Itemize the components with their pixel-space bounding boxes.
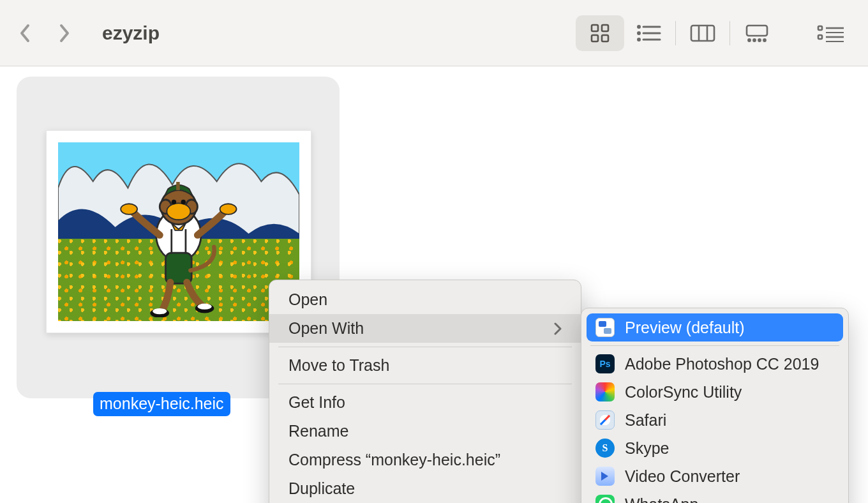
submenu-label: Skype: [625, 439, 669, 458]
svg-point-28: [121, 204, 137, 214]
view-controls: [576, 15, 849, 51]
svg-rect-3: [602, 35, 608, 41]
svg-rect-13: [747, 26, 767, 36]
menu-open-with[interactable]: Open With: [269, 314, 581, 343]
submenu-skype[interactable]: S Skype: [587, 434, 843, 462]
submenu-label: Adobe Photoshop CC 2019: [625, 355, 819, 373]
svg-rect-40: [176, 182, 180, 190]
submenu-label: Preview (default): [625, 319, 745, 337]
photoshop-app-icon: Ps: [595, 354, 615, 373]
submenu-safari[interactable]: Safari: [587, 406, 843, 434]
svg-point-6: [638, 32, 640, 34]
svg-point-4: [638, 26, 640, 27]
svg-rect-10: [691, 26, 714, 41]
whatsapp-app-icon: [595, 495, 615, 503]
svg-point-15: [753, 39, 755, 41]
toolbar: ezyzip: [0, 0, 868, 66]
svg-rect-19: [818, 35, 822, 39]
nav-arrows: [19, 24, 70, 43]
svg-point-39: [181, 199, 186, 204]
menu-separator: [278, 384, 572, 384]
menu-open[interactable]: Open: [269, 285, 581, 314]
submenu-photoshop[interactable]: Ps Adobe Photoshop CC 2019: [587, 350, 843, 378]
colorsync-app-icon: [595, 382, 615, 402]
icon-view-button[interactable]: [576, 15, 624, 51]
svg-rect-2: [592, 35, 598, 41]
svg-point-16: [758, 39, 760, 41]
svg-point-33: [198, 303, 212, 309]
svg-rect-0: [592, 25, 598, 31]
menu-compress[interactable]: Compress “monkey-heic.heic”: [269, 446, 581, 474]
group-by-button[interactable]: [813, 15, 849, 51]
back-button[interactable]: [19, 24, 32, 43]
svg-point-29: [220, 204, 237, 214]
open-with-submenu: Preview (default) Ps Adobe Photoshop CC …: [581, 308, 849, 503]
svg-point-37: [167, 203, 190, 220]
forward-button[interactable]: [57, 24, 70, 43]
submenu-whatsapp[interactable]: WhatsApp: [587, 490, 843, 503]
submenu-label: ColorSync Utility: [625, 383, 742, 402]
svg-rect-18: [818, 26, 822, 30]
separator-icon: [730, 21, 730, 45]
preview-app-icon: [595, 318, 615, 337]
menu-label: Get Info: [288, 393, 345, 412]
submenu-preview[interactable]: Preview (default): [587, 313, 843, 342]
folder-title: ezyzip: [102, 22, 160, 44]
svg-point-17: [763, 39, 765, 41]
file-name-label[interactable]: monkey-heic.heic: [93, 392, 230, 416]
submenu-label: WhatsApp: [625, 495, 698, 504]
menu-rename[interactable]: Rename: [269, 417, 581, 446]
menu-label: Rename: [288, 422, 349, 440]
gallery-view-button[interactable]: [733, 15, 781, 51]
column-view-button[interactable]: [678, 15, 727, 51]
menu-move-to-trash[interactable]: Move to Trash: [269, 351, 581, 380]
submenu-colorsync[interactable]: ColorSync Utility: [587, 378, 843, 406]
video-converter-app-icon: [595, 467, 615, 486]
svg-rect-1: [602, 25, 608, 31]
content-area: monkey-heic.heic Open Open With Move to …: [0, 66, 868, 87]
submenu-label: Safari: [625, 411, 666, 430]
menu-separator: [590, 345, 839, 346]
svg-point-8: [638, 38, 640, 40]
menu-separator: [278, 347, 572, 347]
skype-app-icon: S: [595, 439, 615, 458]
svg-point-32: [153, 308, 167, 314]
chevron-right-icon: [554, 322, 562, 335]
safari-app-icon: [595, 410, 615, 430]
menu-label: Move to Trash: [288, 356, 389, 375]
svg-point-38: [172, 199, 176, 204]
menu-duplicate[interactable]: Duplicate: [269, 474, 581, 503]
context-menu: Open Open With Move to Trash Get Info Re…: [269, 280, 581, 503]
menu-label: Compress “monkey-heic.heic”: [288, 451, 500, 469]
menu-label: Open With: [288, 319, 364, 338]
svg-point-14: [748, 39, 750, 41]
menu-get-info[interactable]: Get Info: [269, 388, 581, 417]
menu-label: Duplicate: [288, 479, 355, 498]
submenu-video-converter[interactable]: Video Converter: [587, 462, 843, 490]
separator-icon: [675, 21, 676, 45]
list-view-button[interactable]: [624, 15, 673, 51]
menu-label: Open: [288, 290, 327, 309]
submenu-label: Video Converter: [625, 467, 740, 486]
